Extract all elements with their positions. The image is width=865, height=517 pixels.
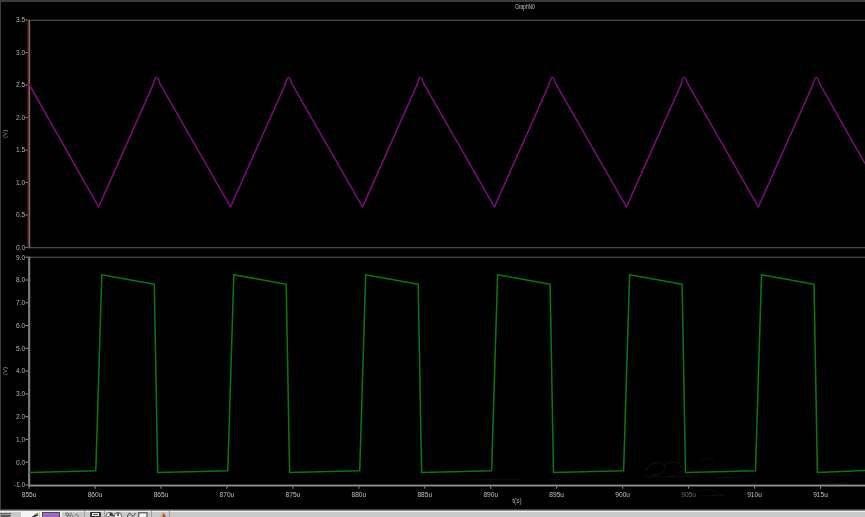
svg-text:860u: 860u <box>88 491 103 498</box>
svg-text:8.0: 8.0 <box>16 276 25 283</box>
svg-text:855u: 855u <box>22 491 37 498</box>
svg-text:-1.0: -1.0 <box>14 481 26 488</box>
svg-text:2.0: 2.0 <box>16 114 25 121</box>
svg-text:2.0: 2.0 <box>16 413 25 420</box>
svg-text:(V): (V) <box>1 367 8 375</box>
svg-text:0.5: 0.5 <box>16 211 25 218</box>
svg-text:1.0: 1.0 <box>16 179 25 186</box>
svg-text:3.5: 3.5 <box>16 16 25 23</box>
svg-text:885u: 885u <box>417 491 432 498</box>
svg-text:6.0: 6.0 <box>16 322 25 329</box>
svg-text:t(s): t(s) <box>512 497 522 505</box>
svg-text:880u: 880u <box>352 491 367 498</box>
svg-text:9.0: 9.0 <box>16 254 25 261</box>
svg-text:910u: 910u <box>747 491 762 498</box>
svg-text:1.0: 1.0 <box>16 436 25 443</box>
svg-text:5.0: 5.0 <box>16 345 25 352</box>
svg-text:870u: 870u <box>220 491 235 498</box>
svg-text:895u: 895u <box>549 491 564 498</box>
svg-text:1.5: 1.5 <box>16 146 25 153</box>
svg-text:875u: 875u <box>286 491 301 498</box>
svg-text:915u: 915u <box>813 491 828 498</box>
svg-text:890u: 890u <box>483 491 498 498</box>
svg-text:0.0: 0.0 <box>16 244 25 251</box>
svg-text:3.0: 3.0 <box>16 49 25 56</box>
svg-text:(V): (V) <box>1 130 8 138</box>
svg-text:3.0: 3.0 <box>16 390 25 397</box>
svg-text:0.0: 0.0 <box>16 459 25 466</box>
svg-text:900u: 900u <box>615 491 630 498</box>
svg-text:7.0: 7.0 <box>16 299 25 306</box>
svg-text:865u: 865u <box>154 491 169 498</box>
svg-text:4.0: 4.0 <box>16 367 25 374</box>
svg-text:905u: 905u <box>681 491 696 498</box>
svg-text:GraphN0: GraphN0 <box>515 3 535 11</box>
svg-text:2.5: 2.5 <box>16 81 25 88</box>
